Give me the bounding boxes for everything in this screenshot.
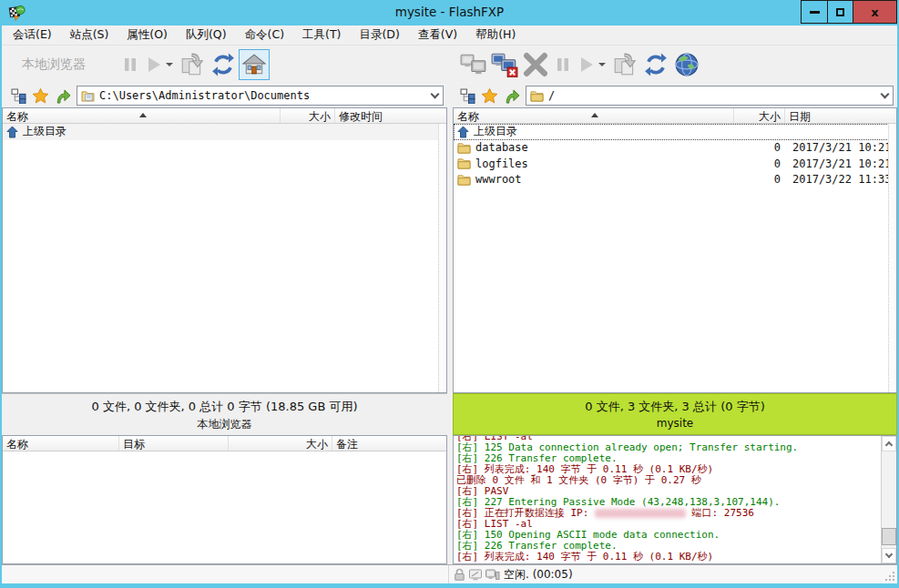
minimize-button[interactable] — [802, 1, 827, 23]
file-name: logfiles — [475, 157, 528, 170]
local-up-directory-button[interactable] — [51, 86, 73, 106]
local-column-size[interactable]: 大小 — [281, 108, 335, 123]
queue-column-remark[interactable]: 备注 — [332, 436, 446, 451]
menu-help[interactable]: 帮助(H) — [466, 25, 525, 46]
scroll-up-button[interactable] — [882, 436, 896, 451]
local-parent-dir-row[interactable]: 上级目录 — [3, 124, 446, 140]
remote-list-body: 上级目录 database 0 2017/3/21 10:21 — [454, 124, 896, 385]
pause-icon — [122, 56, 138, 73]
up-level-arrow-icon — [54, 87, 71, 105]
local-refresh-button[interactable] — [208, 49, 239, 80]
menu-tools[interactable]: 工具(T) — [293, 25, 350, 46]
local-favorites-button[interactable] — [29, 86, 51, 106]
remote-connect-button[interactable] — [458, 49, 489, 80]
window-title: mysite - FlashFXP — [0, 5, 899, 19]
menu-directory[interactable]: 目录(D) — [350, 25, 408, 46]
local-pause-button[interactable] — [118, 49, 142, 80]
flashfxp-window: mysite - FlashFXP x 会话(E) 站点(S) 属性(O) 队列… — [0, 0, 899, 588]
file-date: 2017/3/21 10:21 — [785, 157, 896, 170]
scrollbar-thumb[interactable] — [882, 528, 896, 545]
file-date: 2017/3/22 11:33 — [785, 173, 896, 186]
menu-options[interactable]: 属性(O) — [117, 25, 177, 46]
chevron-down-icon — [881, 89, 890, 98]
menu-queue[interactable]: 队列(Q) — [177, 25, 236, 46]
file-lists: 名称 大小 修改时间 上级目录 名称 — [2, 107, 897, 393]
bottom-panels: 名称 目标 大小 备注 [右] LIST -al [右] 125 Data co… — [2, 435, 897, 564]
file-size: 0 — [734, 173, 785, 186]
local-start-button[interactable] — [142, 49, 166, 80]
remote-up-directory-button[interactable] — [500, 86, 522, 106]
local-count-summary: 0 文件, 0 文件夹, 0 总计 0 字节 (18.85 GB 可用) — [2, 399, 447, 415]
local-tree-toggle-button[interactable] — [7, 86, 29, 106]
path-row: C:\Users\Administrator\Documents — [2, 84, 897, 107]
local-home-button[interactable] — [239, 49, 270, 80]
maximize-button[interactable] — [827, 1, 853, 23]
remote-file-row-database[interactable]: database 0 2017/3/21 10:21 — [454, 140, 896, 157]
file-date: 2017/3/21 10:21 — [785, 141, 896, 154]
local-transfer-queue-button[interactable] — [177, 49, 208, 80]
queue-column-name[interactable]: 名称 — [3, 436, 119, 451]
chevron-down-icon — [885, 551, 893, 558]
remote-parent-dir-row[interactable]: 上级目录 — [454, 124, 896, 140]
remote-pause-button[interactable] — [551, 49, 575, 80]
remote-file-row-wwwroot[interactable]: wwwroot 0 2017/3/22 11:33 — [454, 172, 896, 188]
log-output: [右] LIST -al [右] 125 Data connection alr… — [456, 436, 880, 563]
local-browser-label: 本地浏览器 — [22, 56, 86, 73]
log-scrollbar[interactable] — [881, 436, 896, 563]
close-button[interactable]: x — [853, 1, 896, 23]
remote-list-scrollbar[interactable] — [888, 124, 896, 392]
local-start-dropdown-icon[interactable] — [166, 63, 173, 66]
local-path-dropdown-button[interactable] — [427, 86, 443, 105]
remote-favorites-button[interactable] — [478, 86, 500, 106]
local-path-value: C:\Users\Administrator\Documents — [99, 89, 427, 102]
lock-icon — [453, 568, 466, 582]
menu-commands[interactable]: 命令(C) — [236, 25, 293, 46]
menu-session[interactable]: 会话(E) — [4, 25, 61, 46]
log-line: [右] 列表完成: 140 字节 于 0.11 秒 (0.1 KB/秒) — [456, 552, 880, 563]
remote-disconnect-button[interactable] — [489, 49, 520, 80]
status-bar: 空闲. (00:05) — [2, 564, 897, 583]
log-line: 已删除 0 文件 和 1 文件夹 (0 字节) 于 0.27 秒 — [456, 475, 880, 486]
remote-site-globe-button[interactable] — [671, 49, 702, 80]
chevron-down-icon — [431, 89, 440, 98]
local-list-scrollbar[interactable] — [438, 124, 446, 392]
remote-path-dropdown-button[interactable] — [877, 86, 893, 105]
remote-column-date[interactable]: 日期 — [785, 108, 896, 123]
remote-file-list: 名称 大小 日期 上级目录 — [453, 107, 897, 393]
resize-grip[interactable] — [884, 571, 895, 582]
status-icons — [449, 568, 500, 582]
remote-transfer-queue-button[interactable] — [609, 49, 640, 80]
remote-column-size[interactable]: 大小 — [734, 108, 785, 123]
remote-abort-button[interactable] — [520, 49, 551, 80]
remote-folder-icon — [530, 90, 544, 102]
remote-tree-toggle-button[interactable] — [456, 86, 478, 106]
remote-path-bar: / — [453, 84, 897, 107]
queue-list-body — [3, 451, 446, 563]
scroll-down-button[interactable] — [882, 548, 896, 563]
remote-list-header: 名称 大小 日期 — [454, 108, 896, 124]
queue-column-target[interactable]: 目标 — [119, 436, 229, 451]
remote-file-row-logfiles[interactable]: logfiles 0 2017/3/21 10:21 — [454, 156, 896, 172]
local-column-modified[interactable]: 修改时间 — [335, 108, 446, 123]
file-size: 0 — [734, 157, 785, 170]
menu-sites[interactable]: 站点(S) — [61, 25, 118, 46]
remote-start-button[interactable] — [575, 49, 598, 80]
menu-view[interactable]: 查看(V) — [409, 25, 466, 46]
titlebar[interactable]: mysite - FlashFXP x — [0, 0, 899, 25]
folder-icon — [457, 157, 471, 169]
local-path-combobox[interactable]: C:\Users\Administrator\Documents — [77, 86, 444, 106]
up-directory-icon — [457, 126, 469, 138]
remote-pane-status: 0 文件, 3 文件夹, 3 总计 (0 字节) mysite — [453, 393, 897, 435]
up-level-arrow-icon — [503, 87, 520, 105]
star-icon — [481, 87, 498, 105]
remote-start-dropdown-icon[interactable] — [598, 63, 606, 66]
home-icon — [242, 54, 266, 76]
remote-count-summary: 0 文件, 3 文件夹, 3 总计 (0 字节) — [454, 399, 896, 415]
abort-icon — [522, 51, 549, 78]
remote-path-combobox[interactable]: / — [526, 86, 894, 106]
transfer-queue-icon — [612, 52, 638, 77]
folder-icon — [457, 142, 471, 154]
queue-column-size[interactable]: 大小 — [229, 436, 332, 451]
file-name: database — [475, 141, 528, 154]
remote-refresh-button[interactable] — [640, 49, 671, 80]
